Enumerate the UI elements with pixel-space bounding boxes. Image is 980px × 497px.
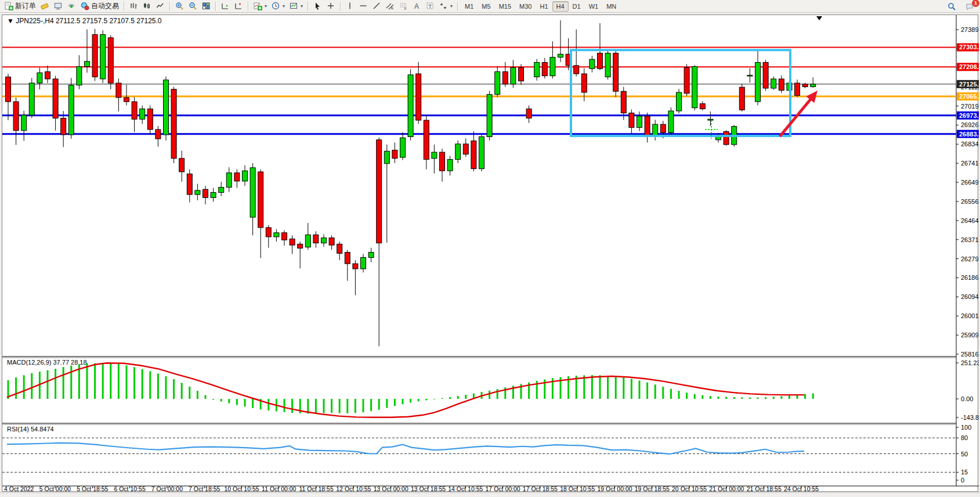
candle-body (266, 228, 271, 237)
time-axis-label: 17 Oct 00:00 (486, 485, 520, 491)
timeframe-button-m5[interactable]: M5 (478, 1, 494, 12)
candle-body (377, 140, 382, 243)
price-tick-label: 26741.5 (961, 160, 979, 167)
tile-windows-button[interactable] (200, 1, 213, 12)
time-axis-label: 12 Oct 10:55 (336, 485, 371, 491)
dropdown-arrow-icon[interactable]: ▾ (450, 3, 453, 9)
hline-icon (359, 2, 368, 10)
price-tick-label: 26279.0 (961, 255, 979, 262)
globe-icon (81, 2, 89, 10)
candle-chart-button[interactable] (140, 1, 154, 12)
indicators-button[interactable]: ▾ (251, 1, 269, 12)
toolbar-separator (248, 2, 249, 11)
auto-scroll-button[interactable] (219, 1, 232, 12)
bar-chart-button[interactable] (127, 1, 140, 12)
candle-body (677, 92, 682, 111)
cursor-icon (313, 2, 322, 10)
timeframe-button-m15[interactable]: M15 (495, 1, 515, 12)
candle-body (116, 83, 121, 98)
candle-body (368, 253, 374, 258)
time-axis-label: 7 Oct 18:55 (189, 485, 220, 491)
time-axis-label: 21 Oct 00:00 (709, 485, 744, 491)
chat-icon[interactable]: 1 (963, 1, 977, 12)
price-tick-label: 26094.0 (961, 293, 979, 300)
timeframe-button-h4[interactable]: H4 (552, 1, 569, 12)
crosshair-button[interactable] (324, 1, 338, 12)
dropdown-arrow-icon[interactable]: ▾ (283, 3, 285, 9)
autoscroll-icon (221, 2, 230, 10)
candle-body (590, 59, 595, 69)
candle-body (598, 53, 603, 69)
arrows-button[interactable]: ▾ (437, 1, 455, 12)
time-axis-label: 5 Oct 18:55 (77, 485, 108, 491)
candle-body (85, 62, 90, 67)
templates-button[interactable]: ▾ (287, 1, 305, 12)
timeframe-button-h1[interactable]: H1 (536, 1, 552, 12)
time-axis-label: 19 Oct 00:00 (597, 485, 632, 491)
search-icon[interactable] (945, 1, 959, 12)
candle-body (463, 144, 468, 154)
vline-button[interactable] (343, 1, 357, 12)
price-chart[interactable]: 27389.027296.527204.027111.527019.026926… (2, 15, 979, 491)
candle-body (77, 67, 82, 85)
new-order-button[interactable]: 新订单 (2, 1, 38, 12)
dropdown-arrow-icon[interactable]: ▾ (301, 3, 303, 9)
trend-icon (373, 2, 381, 10)
zoom-in-button[interactable] (173, 1, 186, 12)
timeframe-button-d1[interactable]: D1 (569, 1, 585, 12)
candle-body (392, 150, 397, 159)
label-button[interactable]: T (424, 1, 437, 12)
zoom-out-icon (189, 2, 197, 10)
candle-body (755, 63, 761, 102)
text-button[interactable]: A (410, 1, 424, 12)
candle-body (724, 132, 729, 145)
dropdown-arrow-icon[interactable]: ▾ (265, 3, 267, 9)
channel-button[interactable]: E (384, 1, 397, 12)
textA-icon: A (413, 2, 421, 10)
vline-icon (346, 2, 355, 10)
time-axis-label: 11 Oct 00:00 (262, 485, 296, 491)
candle-body (550, 57, 555, 76)
autotrading-button[interactable]: 自动交易 (78, 1, 121, 12)
indicator-plus-icon (254, 2, 262, 10)
candle-body (495, 72, 500, 95)
chart-title: ▼ JPN225-,H4 27112.5 27157.5 27107.5 271… (7, 17, 162, 25)
deposit-button[interactable] (38, 1, 52, 12)
monitor-icon (54, 2, 63, 10)
cursor-button[interactable] (311, 1, 324, 12)
metatrader-window: 新订单自动交易▾▾▾EFAT▾M1M5M15M30H1H4D1W1MN 1 27… (0, 0, 980, 497)
price-tick-label: 25909.0 (961, 332, 979, 338)
zoom-out-button[interactable] (186, 1, 200, 12)
timeframe-button-m30[interactable]: M30 (515, 1, 536, 12)
candle-body (432, 152, 437, 159)
terminal-button[interactable] (52, 1, 65, 12)
price-tick-label: 26649.0 (961, 179, 979, 186)
news-button[interactable] (65, 1, 78, 12)
time-axis-label: 24 Oct 10:55 (784, 485, 819, 491)
time-axis-label: 5 Oct 00:00 (39, 485, 71, 491)
macd-label: MACD(12,26,9) 37.77 28.18 (7, 359, 87, 366)
hline-button[interactable] (357, 1, 370, 12)
fibo-button[interactable]: F (397, 1, 410, 12)
chart-shift-button[interactable] (232, 1, 245, 12)
candle-body (621, 91, 626, 113)
chart-window[interactable]: 27389.027296.527204.027111.527019.026926… (2, 15, 978, 492)
timeframe-button-m1[interactable]: M1 (461, 1, 478, 12)
time-axis-label: 20 Oct 10:55 (672, 485, 707, 491)
timeframe-button-mn[interactable]: MN (602, 1, 620, 12)
periods-button[interactable]: ▾ (269, 1, 287, 12)
candle-body (13, 102, 19, 131)
candle-body (447, 160, 453, 171)
trendline-button[interactable] (370, 1, 384, 12)
candle-body (108, 38, 113, 83)
timeframe-button-w1[interactable]: W1 (585, 1, 603, 12)
candle-body (779, 79, 784, 91)
status-bar (0, 492, 980, 497)
line-chart-button[interactable] (154, 1, 167, 12)
coin-icon (41, 2, 49, 10)
candle-body (763, 63, 768, 88)
rsi-tick-label: 15 (961, 469, 968, 476)
candle-body (290, 239, 295, 245)
candle-body (668, 111, 674, 132)
rsi-tick-label: 100 (961, 424, 971, 431)
